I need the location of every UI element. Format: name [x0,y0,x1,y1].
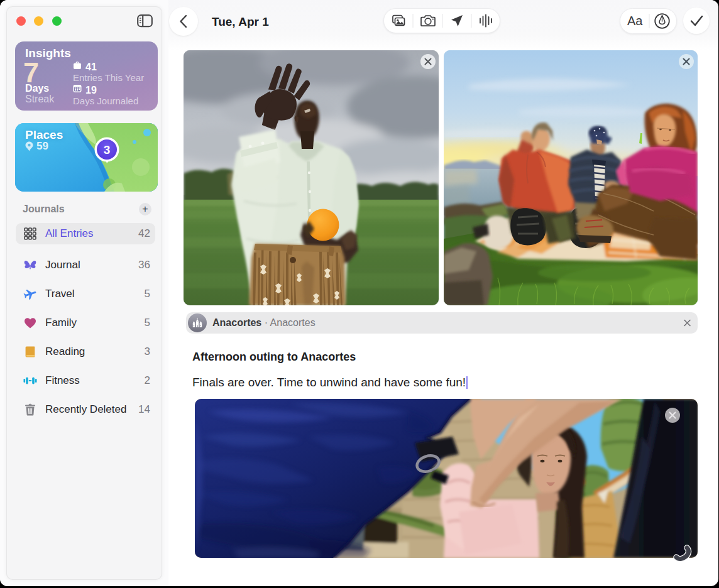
svg-text:3: 3 [104,143,111,156]
